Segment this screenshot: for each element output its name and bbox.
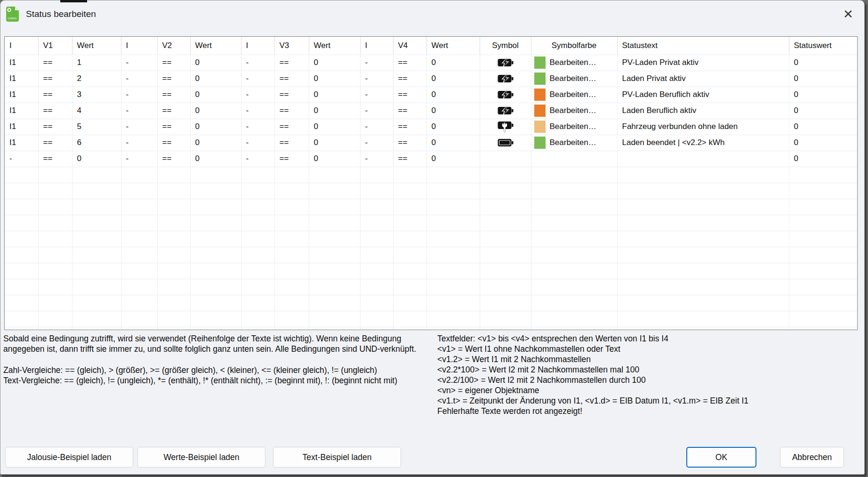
cell-v2-wert[interactable]: 0 <box>190 119 241 135</box>
cell-v1-op[interactable]: == <box>38 103 72 119</box>
cell-v4-wert[interactable]: 0 <box>426 55 480 71</box>
cell-statustext[interactable] <box>617 151 789 167</box>
cell-symbol[interactable] <box>480 55 531 71</box>
cell-v4-op[interactable]: == <box>393 71 426 87</box>
cell-i2-obj[interactable]: - <box>121 71 157 87</box>
cell-v4-op[interactable]: == <box>393 135 426 151</box>
cell-i4-obj[interactable]: - <box>360 87 393 103</box>
cell-v4-op[interactable]: == <box>393 55 426 71</box>
cell-v2-op[interactable]: == <box>157 71 190 87</box>
cell-v4-wert[interactable]: 0 <box>426 151 480 167</box>
cell-v3-op[interactable]: == <box>274 71 309 87</box>
cell-i4-obj[interactable]: - <box>360 151 393 167</box>
cell-i3-obj[interactable]: - <box>241 119 274 135</box>
cell-v3-wert[interactable]: 0 <box>309 119 360 135</box>
cell-v4-wert[interactable]: 0 <box>426 87 480 103</box>
cell-v1-op[interactable]: == <box>38 55 72 71</box>
cell-symbol[interactable] <box>480 119 531 135</box>
cell-v2-op[interactable]: == <box>157 87 190 103</box>
cell-i1-obj[interactable]: I1 <box>5 71 38 87</box>
cell-statustext[interactable]: Laden Beruflich aktiv <box>617 103 789 119</box>
cell-v1-wert[interactable]: 4 <box>72 103 121 119</box>
cell-i2-obj[interactable]: - <box>121 55 157 71</box>
cell-v4-op[interactable]: == <box>393 103 426 119</box>
cell-v2-op[interactable]: == <box>157 103 190 119</box>
cell-v1-wert[interactable]: 0 <box>72 151 121 167</box>
cell-v4-op[interactable]: == <box>393 151 426 167</box>
cell-i4-obj[interactable]: - <box>360 135 393 151</box>
cell-v4-wert[interactable]: 0 <box>426 119 480 135</box>
cell-v3-wert[interactable]: 0 <box>309 55 360 71</box>
cell-v2-op[interactable]: == <box>157 151 190 167</box>
cell-v2-wert[interactable]: 0 <box>190 103 241 119</box>
cell-symbol[interactable] <box>480 151 531 167</box>
cell-v3-op[interactable]: == <box>274 55 309 71</box>
cell-v2-op[interactable]: == <box>157 55 190 71</box>
cell-statuswert[interactable]: 0 <box>789 103 857 119</box>
edit-color-button[interactable]: Bearbeiten… <box>550 122 596 131</box>
cell-v3-op[interactable]: == <box>274 87 309 103</box>
cell-statuswert[interactable]: 0 <box>789 151 857 167</box>
load-text-example-button[interactable]: Text-Beispiel laden <box>273 447 401 468</box>
cell-i3-obj[interactable]: - <box>241 103 274 119</box>
cell-statuswert[interactable]: 0 <box>789 55 857 71</box>
cell-v2-op[interactable]: == <box>157 119 190 135</box>
cell-statustext[interactable]: PV-Laden Beruflich aktiv <box>617 87 789 103</box>
cell-i1-obj[interactable]: I1 <box>5 55 38 71</box>
cell-v1-wert[interactable]: 1 <box>72 55 121 71</box>
cell-i1-obj[interactable]: I1 <box>5 119 38 135</box>
cell-v3-op[interactable]: == <box>274 151 309 167</box>
load-werte-example-button[interactable]: Werte-Beispiel laden <box>137 447 265 468</box>
symbol-color-swatch[interactable] <box>534 73 546 85</box>
cell-symbol[interactable] <box>480 103 531 119</box>
cell-v1-op[interactable]: == <box>38 71 72 87</box>
cell-v4-op[interactable]: == <box>393 119 426 135</box>
cell-v1-wert[interactable]: 3 <box>72 87 121 103</box>
cell-i2-obj[interactable]: - <box>121 119 157 135</box>
cell-v1-wert[interactable]: 5 <box>72 119 121 135</box>
cell-i2-obj[interactable]: - <box>121 87 157 103</box>
cell-i2-obj[interactable]: - <box>121 151 157 167</box>
symbol-color-swatch[interactable] <box>534 57 546 69</box>
ok-button[interactable]: OK <box>686 447 756 468</box>
cell-i3-obj[interactable]: - <box>241 55 274 71</box>
edit-color-button[interactable]: Bearbeiten… <box>550 106 596 115</box>
cell-v2-wert[interactable]: 0 <box>190 135 241 151</box>
cell-v3-wert[interactable]: 0 <box>309 135 360 151</box>
cell-statustext[interactable]: PV-Laden Privat aktiv <box>617 55 789 71</box>
cell-i1-obj[interactable]: I1 <box>5 103 38 119</box>
cell-v2-op[interactable]: == <box>157 135 190 151</box>
cell-i4-obj[interactable]: - <box>360 103 393 119</box>
edit-color-button[interactable]: Bearbeiten… <box>550 138 596 147</box>
cancel-button[interactable]: Abbrechen <box>780 447 844 468</box>
cell-i4-obj[interactable]: - <box>360 71 393 87</box>
cell-v3-op[interactable]: == <box>274 135 309 151</box>
cell-statuswert[interactable]: 0 <box>789 135 857 151</box>
cell-statuswert[interactable]: 0 <box>789 71 857 87</box>
cell-v3-op[interactable]: == <box>274 119 309 135</box>
cell-statustext[interactable]: Laden Privat aktiv <box>617 71 789 87</box>
cell-symbol[interactable] <box>480 87 531 103</box>
cell-statustext[interactable]: Fahrzeug verbunden ohne laden <box>617 119 789 135</box>
cell-i1-obj[interactable]: - <box>5 151 38 167</box>
edit-color-button[interactable]: Bearbeiten… <box>550 58 596 67</box>
cell-v4-wert[interactable]: 0 <box>426 103 480 119</box>
cell-v3-wert[interactable]: 0 <box>309 103 360 119</box>
cell-v4-wert[interactable]: 0 <box>426 71 480 87</box>
cell-i4-obj[interactable]: - <box>360 119 393 135</box>
cell-symbol[interactable] <box>480 71 531 87</box>
cell-v2-wert[interactable]: 0 <box>190 87 241 103</box>
cell-i3-obj[interactable]: - <box>241 87 274 103</box>
cell-i3-obj[interactable]: - <box>241 135 274 151</box>
cell-v1-op[interactable]: == <box>38 119 72 135</box>
symbol-color-swatch[interactable] <box>534 89 546 101</box>
cell-v2-wert[interactable]: 0 <box>190 55 241 71</box>
close-button[interactable]: ✕ <box>838 4 859 23</box>
cell-statustext[interactable]: Laden beendet | <v2.2> kWh <box>617 135 789 151</box>
symbol-color-swatch[interactable] <box>534 137 546 149</box>
cell-i1-obj[interactable]: I1 <box>5 135 38 151</box>
edit-color-button[interactable]: Bearbeiten… <box>550 74 596 83</box>
cell-v1-op[interactable]: == <box>38 135 72 151</box>
cell-i3-obj[interactable]: - <box>241 71 274 87</box>
cell-v1-op[interactable]: == <box>38 151 72 167</box>
